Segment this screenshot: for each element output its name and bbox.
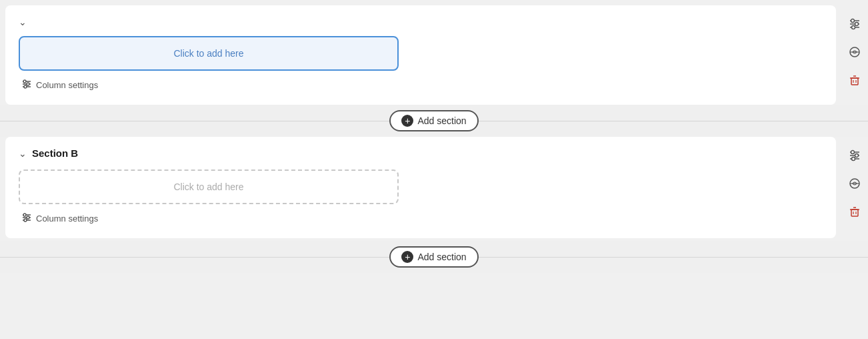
section-b-column-settings[interactable]: Column settings: [21, 212, 823, 225]
add-section-button-top[interactable]: + Add section: [389, 110, 478, 131]
section-b-settings-action[interactable]: [844, 145, 865, 166]
section-b-title: Section B: [32, 147, 78, 159]
section-b-add-here[interactable]: Click to add here: [19, 170, 399, 204]
first-column-settings-label: Column settings: [36, 80, 98, 90]
add-section-divider-top: + Add section: [0, 105, 868, 137]
column-settings-icon-1: [21, 79, 32, 91]
add-section-button-bottom[interactable]: + Add section: [389, 246, 478, 268]
section-b-actions: [844, 145, 865, 222]
svg-point-5: [24, 85, 27, 88]
second-section-wrapper: ⌄ Section B Click to add here: [5, 137, 836, 238]
svg-point-23: [27, 216, 29, 219]
first-section-column-settings[interactable]: Column settings: [21, 79, 823, 91]
svg-point-3: [23, 80, 26, 83]
svg-point-4: [27, 83, 29, 85]
first-section-wrapper: ⌄ Click to add here: [5, 5, 836, 105]
svg-point-28: [851, 151, 855, 154]
column-settings-icon-2: [21, 212, 32, 225]
plus-circle-icon-bottom: +: [401, 251, 413, 263]
svg-point-30: [852, 157, 855, 161]
page-container: ⌄ Click to add here: [0, 5, 868, 273]
svg-rect-33: [851, 210, 858, 216]
first-section-panel: ⌄ Click to add here: [5, 5, 836, 105]
add-section-label-top: Add section: [417, 115, 466, 126]
add-section-label-bottom: Add section: [417, 252, 466, 262]
first-section-delete-action[interactable]: [844, 69, 865, 91]
svg-point-24: [24, 219, 27, 222]
svg-rect-14: [851, 78, 858, 85]
first-section-chevron-icon[interactable]: ⌄: [19, 17, 27, 27]
section-b-chevron-icon[interactable]: ⌄: [19, 148, 27, 159]
section-b-header: ⌄ Section B: [19, 147, 823, 159]
svg-point-10: [855, 23, 859, 26]
first-section-add-here[interactable]: Click to add here: [19, 36, 399, 71]
svg-point-22: [23, 214, 26, 216]
second-add-here-label: Click to add here: [173, 182, 243, 192]
section-b-delete-action[interactable]: [844, 201, 865, 222]
svg-point-9: [851, 19, 855, 23]
plus-circle-icon-top: +: [401, 115, 413, 127]
first-section-settings-action[interactable]: [844, 13, 865, 35]
second-section-panel: ⌄ Section B Click to add here: [5, 137, 836, 238]
second-column-settings-label: Column settings: [36, 214, 98, 224]
svg-point-29: [855, 154, 859, 157]
first-section-actions: [844, 13, 865, 91]
first-add-here-label: Click to add here: [173, 48, 243, 59]
section-b-link-action[interactable]: [844, 173, 865, 194]
first-section-link-action[interactable]: [844, 41, 865, 63]
svg-point-11: [852, 26, 855, 29]
first-section-header: ⌄: [19, 16, 823, 28]
add-section-divider-bottom: + Add section: [0, 241, 868, 273]
